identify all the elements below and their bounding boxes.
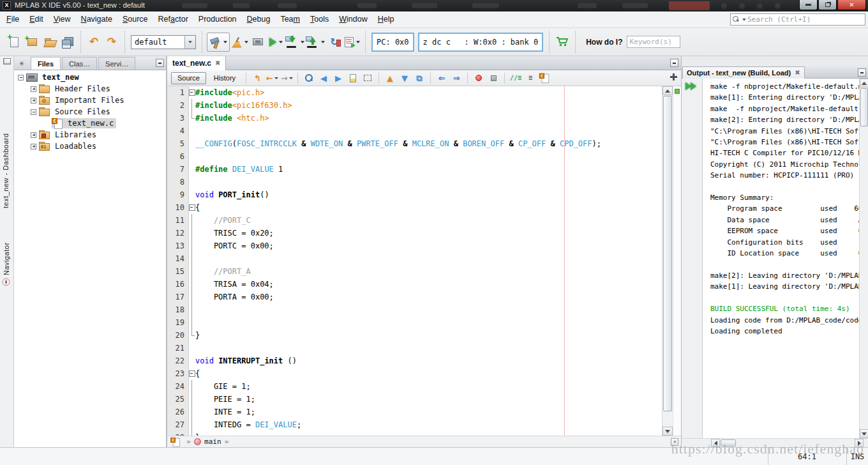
- expand-icon[interactable]: [31, 144, 36, 149]
- toggle-highlight-button[interactable]: [347, 72, 359, 84]
- shift-left-button[interactable]: ⇐: [435, 72, 448, 84]
- menu-view[interactable]: View: [49, 11, 76, 27]
- menu-source[interactable]: Source: [117, 11, 153, 27]
- stop-macro-button[interactable]: [487, 72, 500, 84]
- tree-item-important-files[interactable]: Important Files: [14, 95, 166, 106]
- code-line-8[interactable]: 8: [167, 176, 662, 188]
- scroll-down-button[interactable]: [662, 427, 673, 436]
- history-view-button[interactable]: History: [208, 72, 241, 84]
- code-line-4[interactable]: 4: [167, 125, 662, 137]
- explorer-tab-files[interactable]: Files: [31, 57, 61, 70]
- code-line-21[interactable]: 21: [167, 342, 662, 354]
- explorer-tab-clas[interactable]: Clas…: [62, 57, 97, 70]
- scroll-left-button[interactable]: [711, 439, 720, 447]
- redo-button[interactable]: ↷: [103, 32, 120, 52]
- undo-button[interactable]: ↶: [86, 32, 102, 52]
- collapse-icon[interactable]: [18, 75, 24, 80]
- code-line-25[interactable]: 25 PEIE = 1;: [167, 393, 662, 406]
- code-line-5[interactable]: 5__CONFIG(FOSC_INTRCCLK & WDTE_ON & PWRT…: [167, 137, 662, 150]
- keyword-input[interactable]: [627, 36, 680, 48]
- output-console[interactable]: make -f nbproject/Makefile-default.mk ma…: [703, 79, 859, 438]
- debug-dropdown-icon[interactable]: [356, 41, 360, 43]
- program-device-button[interactable]: [250, 32, 266, 52]
- editor-vertical-scrollbar[interactable]: [662, 86, 673, 436]
- fold-collapse-icon[interactable]: [189, 86, 195, 99]
- expand-icon[interactable]: [31, 86, 36, 92]
- projects-tab-icon[interactable]: ✳: [17, 58, 27, 68]
- code-line-23[interactable]: 23{: [167, 367, 662, 380]
- move-up-button[interactable]: ▲: [384, 72, 396, 84]
- search-dropdown-icon[interactable]: [742, 19, 746, 21]
- tab-close-icon[interactable]: ✖: [795, 70, 800, 76]
- code-line-7[interactable]: 7#define DEI_VALUE 1: [167, 163, 662, 176]
- menu-window[interactable]: Window: [334, 11, 372, 27]
- dashboard-vertical-tab[interactable]: text_new - Dashboard: [2, 65, 10, 208]
- menu-debug[interactable]: Debug: [242, 11, 276, 27]
- navigator-vertical-tab[interactable]: Navigator: [2, 220, 10, 286]
- make-and-program-device-button[interactable]: [285, 32, 304, 52]
- breadcrumb-item-main[interactable]: main: [204, 438, 221, 446]
- new-file-button[interactable]: [6, 32, 22, 52]
- search-box[interactable]: [730, 13, 865, 26]
- split-editor-icon[interactable]: [670, 73, 678, 81]
- back-button[interactable]: ←: [266, 72, 278, 84]
- read-dropdown-icon[interactable]: [321, 41, 325, 43]
- refresh-debug-tool-button[interactable]: ↻: [326, 32, 343, 52]
- code-line-22[interactable]: 22void INTERRUPT_init (): [167, 354, 662, 367]
- tab-close-icon[interactable]: ✖: [215, 60, 220, 66]
- code-lines[interactable]: 1#include<pic.h>2#include<pic16f630.h>3#…: [167, 86, 662, 436]
- code-line-13[interactable]: 13 PORTC = 0x00;: [167, 240, 662, 252]
- tree-item-loadables[interactable]: 01Loadables: [14, 141, 166, 152]
- configuration-select[interactable]: default: [131, 35, 196, 49]
- code-line-19[interactable]: 19: [167, 316, 662, 329]
- collapse-icon[interactable]: [31, 109, 36, 115]
- new-project-button[interactable]: [24, 32, 40, 52]
- source-view-button[interactable]: Source: [171, 72, 206, 84]
- code-line-3[interactable]: 3#include <htc.h>: [167, 112, 662, 125]
- code-line-1[interactable]: 1#include<pic.h>: [167, 86, 662, 99]
- find-selection-button[interactable]: [303, 72, 315, 84]
- tree-item-source-files[interactable]: Source Files: [14, 106, 166, 118]
- expand-icon[interactable]: [31, 132, 36, 138]
- program-dropdown-icon[interactable]: [301, 41, 304, 43]
- code-line-20[interactable]: 20}: [167, 329, 662, 342]
- code-line-17[interactable]: 17 PORTA = 0x00;: [167, 291, 662, 303]
- clean-build-dropdown-icon[interactable]: [244, 41, 248, 43]
- breadcrumb-corner-icon[interactable]: [671, 438, 678, 446]
- run-dropdown-icon[interactable]: [279, 41, 283, 43]
- build-project-button[interactable]: [207, 33, 230, 52]
- rectangular-selection-button[interactable]: [361, 72, 374, 84]
- search-input[interactable]: [747, 15, 863, 24]
- tree-item-text-new-c[interactable]: Ctext_new.c: [14, 118, 166, 129]
- menu-navigate[interactable]: Navigate: [76, 11, 117, 27]
- code-line-2[interactable]: 2#include<pic16f630.h>: [167, 99, 662, 112]
- move-down-button[interactable]: ▼: [398, 72, 411, 84]
- restore-button[interactable]: [818, 0, 837, 10]
- code-line-28[interactable]: 28}: [167, 431, 662, 436]
- code-line-16[interactable]: 16 TRISA = 0x04;: [167, 278, 662, 291]
- open-project-button[interactable]: [41, 32, 58, 52]
- last-edit-button[interactable]: ↰: [251, 72, 264, 84]
- fold-collapse-icon[interactable]: [189, 201, 195, 214]
- code-line-26[interactable]: 26 INTE = 1;: [167, 406, 662, 418]
- run-project-button[interactable]: [267, 32, 284, 52]
- editor-tab-text-new-c[interactable]: text_new.c ✖: [167, 56, 226, 70]
- code-line-11[interactable]: 11 //PORT_C: [167, 214, 662, 227]
- menu-help[interactable]: Help: [373, 11, 400, 27]
- window-dock-icon[interactable]: [3, 58, 11, 65]
- scroll-right-button[interactable]: [855, 439, 864, 447]
- tree-item-text-new[interactable]: text_new: [14, 72, 166, 83]
- minimize-window-group-button[interactable]: [156, 59, 164, 67]
- menu-tools[interactable]: Tools: [305, 11, 334, 27]
- forward-button[interactable]: →: [280, 72, 293, 84]
- expand-icon[interactable]: [31, 98, 36, 103]
- record-macro-button[interactable]: [472, 72, 485, 84]
- duplicate-line-button[interactable]: ⧉: [413, 72, 426, 84]
- tree-item-libraries[interactable]: Libraries: [14, 129, 166, 141]
- configuration-dropdown-icon[interactable]: [184, 36, 195, 49]
- code-line-9[interactable]: 9void PORT_init(): [167, 188, 662, 201]
- code-line-6[interactable]: 6: [167, 150, 662, 163]
- menu-production[interactable]: Production: [193, 11, 242, 27]
- debug-project-button[interactable]: [344, 32, 361, 52]
- code-line-24[interactable]: 24 GIE = 1;: [167, 380, 662, 393]
